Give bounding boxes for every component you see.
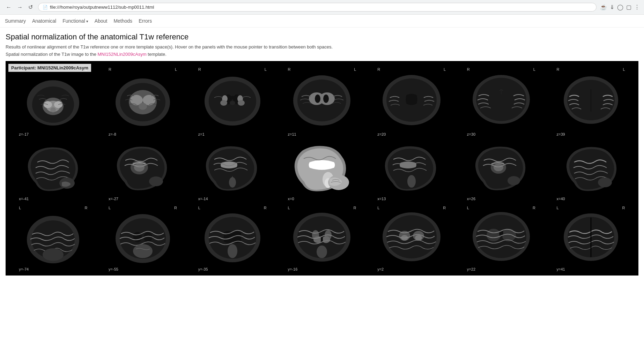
- reload-button[interactable]: ↺: [27, 3, 35, 11]
- sagittal-slice-7: x=40: [556, 141, 626, 201]
- sagittal-slice-5: x=13: [377, 141, 446, 201]
- coronal-slice-1: LR y=-74: [18, 206, 88, 271]
- extensions-icon[interactable]: ▢: [626, 4, 631, 10]
- nav-summary[interactable]: Summary: [5, 18, 26, 24]
- brain-svg-sag-6: [466, 141, 536, 195]
- coronal-slice-7: LR y=41: [556, 206, 626, 271]
- svg-point-7: [50, 107, 56, 112]
- svg-point-24: [220, 100, 227, 106]
- axial-slice-3: RL z=1: [198, 67, 267, 136]
- coronal-slice-5: LR y=2: [377, 206, 446, 271]
- axial-slice-6: RL z=30: [466, 67, 536, 136]
- cor-lr-labels-7: LR: [556, 206, 626, 210]
- cor-lr-labels-3: LR: [198, 206, 267, 210]
- svg-rect-86: [321, 234, 323, 242]
- sagittal-label-4: x=0: [287, 197, 294, 201]
- axial-slice-7: RL z=39: [556, 67, 626, 136]
- back-button[interactable]: ←: [4, 3, 13, 11]
- nav-methods[interactable]: Methods: [113, 18, 132, 24]
- brain-svg-axial-2: [108, 71, 178, 131]
- brain-svg-axial-6: [466, 71, 536, 131]
- axial-slice-5: RL z=20: [377, 67, 446, 136]
- nav-functional[interactable]: Functional: [62, 18, 88, 24]
- svg-point-90: [386, 215, 437, 258]
- browser-actions: ☕ ⇓ ◯ ▢ ⋮: [600, 4, 640, 10]
- sagittal-row: x=-41 x=-: [8, 138, 636, 202]
- coronal-slice-4: LR y=-16: [287, 206, 357, 271]
- description-prefix: Spatial normalization of the T1w image t…: [6, 52, 98, 57]
- sagittal-slice-2: x=-27: [108, 141, 178, 201]
- page-title: Spatial normalization of the anatomical …: [6, 32, 638, 42]
- svg-point-20: [230, 96, 235, 99]
- sagittal-label-2: x=-27: [108, 197, 118, 201]
- axial-label-4: z=11: [287, 132, 296, 136]
- template-link[interactable]: MNI152NLin2009cAsym: [98, 52, 147, 57]
- coronal-row: LR y=-74 LR: [8, 202, 636, 273]
- page-icon: 📄: [43, 5, 48, 10]
- participant-label: Participant: MNI152NLin2009cAsym: [8, 64, 91, 72]
- brain-svg-axial-3: [198, 71, 267, 131]
- brain-svg-axial-4: [287, 71, 357, 131]
- coronal-label-1: y=-74: [18, 267, 29, 271]
- forward-button[interactable]: →: [15, 3, 24, 11]
- brain-svg-cor-1: [18, 210, 88, 266]
- svg-point-62: [508, 176, 520, 185]
- brain-svg-sag-1: [18, 141, 88, 195]
- brain-svg-sag-7: [556, 141, 626, 195]
- bookmark-icon[interactable]: ☕: [600, 4, 607, 10]
- svg-point-72: [133, 232, 142, 242]
- brain-svg-cor-2: [108, 210, 178, 266]
- browser-nav-buttons: ← → ↺: [4, 3, 35, 11]
- cor-lr-labels-1: LR: [18, 206, 88, 210]
- coronal-label-5: y=2: [377, 267, 384, 271]
- svg-point-58: [407, 175, 416, 188]
- svg-point-49: [134, 163, 145, 172]
- axial-label-7: z=39: [556, 132, 565, 136]
- nav-errors[interactable]: Errors: [139, 18, 152, 24]
- sagittal-slice-3: x=-14: [198, 141, 267, 201]
- cor-lr-labels-4: LR: [287, 206, 357, 210]
- brain-svg-axial-7: [556, 71, 626, 131]
- svg-point-36: [410, 94, 413, 105]
- nav-about[interactable]: About: [95, 18, 108, 24]
- svg-point-50: [149, 176, 163, 186]
- brain-svg-axial-5: [377, 71, 446, 131]
- sagittal-label-5: x=13: [377, 197, 386, 201]
- lr-labels-3: RL: [198, 67, 267, 71]
- svg-point-31: [315, 95, 320, 103]
- brain-svg-cor-7: [556, 210, 626, 266]
- sagittal-label-3: x=-14: [198, 197, 208, 201]
- description-suffix: template.: [147, 52, 166, 57]
- axial-slice-1: RL: [18, 67, 88, 136]
- nav-bar: Summary Anatomical Functional About Meth…: [0, 15, 644, 28]
- browser-chrome: ← → ↺ 📄 file:///home/roya/outputneww1112…: [0, 0, 644, 15]
- lr-labels-7: RL: [556, 67, 626, 71]
- svg-point-98: [487, 229, 501, 241]
- svg-point-25: [238, 100, 245, 106]
- menu-icon[interactable]: ⋮: [634, 4, 640, 10]
- lr-labels-4: RL: [287, 67, 357, 71]
- page-content: Spatial normalization of the anatomical …: [0, 28, 644, 276]
- nav-anatomical[interactable]: Anatomical: [32, 18, 56, 24]
- sagittal-slice-4: x=0: [287, 141, 357, 201]
- svg-point-68: [43, 248, 64, 261]
- download-icon[interactable]: ⇓: [610, 4, 614, 10]
- svg-point-39: [476, 78, 526, 121]
- svg-point-74: [133, 244, 153, 258]
- svg-point-52: [229, 177, 236, 188]
- coronal-label-2: y=-55: [108, 267, 118, 271]
- brain-svg-cor-4: [287, 210, 357, 266]
- page-subtitle: Results of nonlinear alignment of the T1…: [6, 44, 638, 50]
- page-description: Spatial normalization of the T1w image t…: [6, 52, 638, 57]
- brain-svg-cor-5: [377, 210, 446, 266]
- svg-point-64: [598, 178, 612, 187]
- svg-point-85: [322, 236, 330, 243]
- address-bar[interactable]: 📄 file:///home/roya/outputneww1112/sub-m…: [38, 3, 597, 12]
- axial-label-3: z=1: [198, 132, 205, 136]
- coronal-label-4: y=-16: [287, 267, 297, 271]
- svg-point-78: [228, 244, 237, 258]
- cor-lr-labels-2: LR: [108, 206, 178, 210]
- brain-svg-axial-1: [18, 71, 88, 131]
- profile-icon[interactable]: ◯: [617, 4, 623, 10]
- brain-svg-sag-3: [198, 141, 267, 195]
